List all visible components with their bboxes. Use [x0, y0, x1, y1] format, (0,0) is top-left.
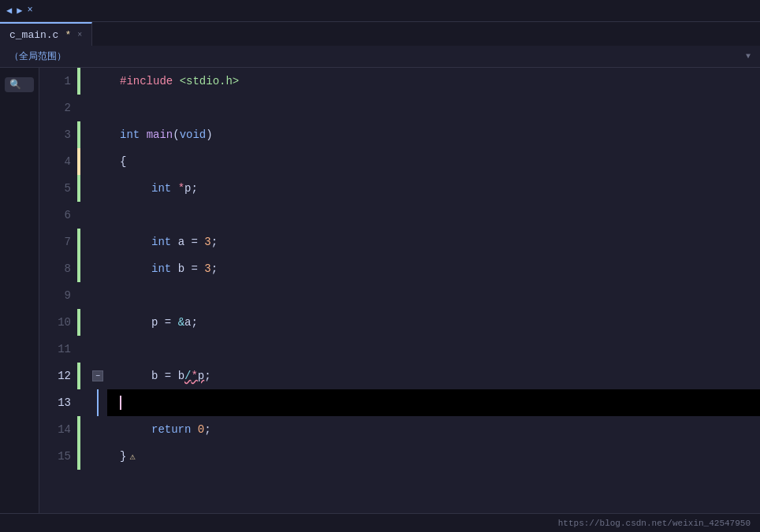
ln-5: 5	[39, 175, 77, 202]
ln-1: 1	[39, 68, 77, 95]
back-icon[interactable]: ◀	[6, 5, 12, 17]
ln-12: 12	[39, 363, 77, 389]
code-line-13	[107, 389, 760, 416]
code-line-11	[107, 336, 760, 363]
text-cursor	[120, 396, 121, 410]
title-bar: ◀ ▶ ×	[0, 0, 760, 22]
code-line-9	[107, 282, 760, 309]
search-area: 🔍	[0, 74, 39, 95]
tab-close-button[interactable]: ×	[77, 31, 82, 39]
forward-icon[interactable]: ▶	[17, 5, 22, 17]
code-line-15: } ⚠	[107, 443, 760, 470]
breakpoint-col: −	[88, 68, 107, 513]
code-line-12: b = b/*p;	[107, 363, 760, 389]
indicators-col	[77, 68, 88, 513]
warning-icon: ⚠	[129, 451, 135, 463]
line-numbers-col: 1 2 3 4 5 6 7 8 9 10 11 12 13 14 15	[39, 68, 77, 513]
ln-15: 15	[39, 443, 77, 470]
code-lines: #include <stdio.h> int main(void) { int …	[107, 68, 760, 470]
ln-6: 6	[39, 202, 77, 229]
code-line-10: p = &a;	[107, 309, 760, 336]
code-line-1: #include <stdio.h>	[107, 68, 760, 95]
search-input[interactable]	[24, 80, 40, 91]
code-line-5: int *p;	[107, 175, 760, 202]
tab-bar: c_main.c * ×	[0, 22, 760, 46]
ln-14: 14	[39, 416, 77, 443]
code-line-14: return 0;	[107, 416, 760, 443]
search-icon: 🔍	[9, 79, 21, 91]
editor-main: 1 2 3 4 5 6 7 8 9 10 11 12 13 14 15	[39, 68, 760, 513]
ln-8: 8	[39, 255, 77, 282]
status-bar: https://blog.csdn.net/weixin_42547950	[0, 513, 760, 532]
ln-13: 13	[39, 389, 77, 416]
code-line-3: int main(void)	[107, 121, 760, 148]
full-gutter: 1 2 3 4 5 6 7 8 9 10 11 12 13 14 15	[39, 68, 107, 513]
ln-4: 4	[39, 148, 77, 175]
code-line-7: int a = 3;	[107, 229, 760, 255]
pin-icon[interactable]: ×	[27, 5, 32, 17]
collapse-toggle[interactable]: −	[92, 370, 103, 381]
status-url: https://blog.csdn.net/weixin_42547950	[558, 519, 751, 528]
code-line-6	[107, 202, 760, 229]
code-line-4: {	[107, 148, 760, 175]
scope-bar: （全局范围） ▼	[0, 46, 760, 68]
editor-container: 🔍 1 2 3 4 5 6 7 8 9 10 11 12 13	[0, 68, 760, 513]
code-line-8: int b = 3;	[107, 255, 760, 282]
scope-dropdown-icon[interactable]: ▼	[746, 52, 751, 61]
ln-2: 2	[39, 95, 77, 121]
code-line-2	[107, 95, 760, 121]
tab-filename: c_main.c	[9, 29, 58, 41]
tab-modified-indicator: *	[65, 29, 71, 41]
ln-9: 9	[39, 282, 77, 309]
ln-10: 10	[39, 309, 77, 336]
active-tab[interactable]: c_main.c * ×	[0, 22, 92, 46]
search-box[interactable]: 🔍	[5, 77, 34, 92]
ln-7: 7	[39, 229, 77, 255]
ln-3: 3	[39, 121, 77, 148]
window-controls[interactable]: ◀ ▶ ×	[6, 5, 33, 17]
code-content[interactable]: #include <stdio.h> int main(void) { int …	[107, 68, 760, 513]
ln-11: 11	[39, 336, 77, 363]
activity-bar: 🔍	[0, 68, 39, 513]
scope-label: （全局范围）	[9, 50, 66, 63]
